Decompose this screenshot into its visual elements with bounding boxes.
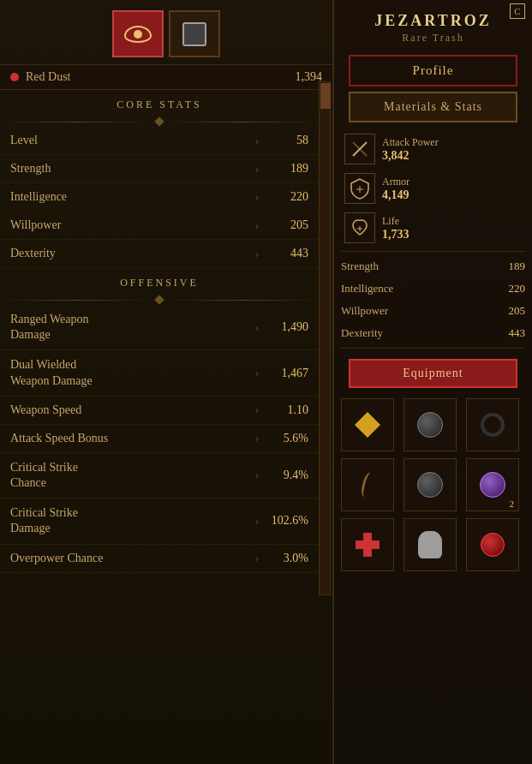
purple-orb-icon <box>480 472 505 498</box>
stat-arrow-weapon-speed: › <box>255 403 259 416</box>
right-dexterity-label: Dexterity <box>341 326 383 340</box>
stat-name-crit-damage: Critical StrikeDamage <box>10 505 255 536</box>
stat-arrow-strength: › <box>255 163 259 176</box>
right-willpower-value: 205 <box>509 304 526 318</box>
player-header: C JEZARTROZ Rare Trash <box>334 0 532 50</box>
stat-value-attack-speed: 5.6% <box>266 432 308 445</box>
equip-slot-purple-orb[interactable]: 2 <box>466 458 519 511</box>
attack-power-label: Attack Power <box>382 136 439 149</box>
equip-slot-bow[interactable] <box>341 458 394 511</box>
stat-strength: Strength › 189 <box>0 155 319 183</box>
stat-intelligence: Intelligence › 220 <box>0 183 319 212</box>
core-stats-header: Core Stats <box>0 90 319 116</box>
stat-value-intelligence: 220 <box>266 190 308 204</box>
stat-ranged-weapon-damage: Ranged WeaponDamage › 1,490 <box>0 305 319 350</box>
skull-icon <box>418 531 442 558</box>
scrollbar[interactable] <box>319 81 331 595</box>
stats-container: Core Stats Level › 58 Strength › 189 Int… <box>0 90 332 764</box>
equip-slot-orb1[interactable] <box>403 398 457 451</box>
right-willpower-label: Willpower <box>341 304 388 318</box>
orb2-icon <box>417 472 443 498</box>
tab-inventory[interactable] <box>169 10 220 57</box>
attack-power-icon <box>344 134 375 164</box>
bow-icon <box>359 471 375 498</box>
resource-bar: Red Dust 1,394 <box>0 64 332 90</box>
c-badge[interactable]: C <box>510 3 525 19</box>
armor-label: Armor <box>382 176 409 188</box>
materials-btn-wrapper: Materials & Stats <box>334 92 532 129</box>
stat-dual-wielded-damage: Dual WieldedWeapon Damage › 1,467 <box>0 350 319 396</box>
equipment-btn-wrapper: Equipment <box>334 352 532 395</box>
armor-value: 4,149 <box>382 188 409 202</box>
divider-decoration-2 <box>0 295 319 305</box>
stat-crit-damage: Critical StrikeDamage › 102.6% <box>0 498 319 544</box>
stats-divider <box>341 251 525 252</box>
stat-arrow-level: › <box>255 134 259 147</box>
equip-slot-gem[interactable] <box>341 398 394 451</box>
stat-name-ranged: Ranged WeaponDamage <box>10 312 255 343</box>
equip-slot-skull[interactable] <box>403 518 457 571</box>
equipment-grid-row2: 2 <box>334 455 532 515</box>
materials-stats-button[interactable]: Materials & Stats <box>349 92 517 122</box>
stat-arrow-dexterity: › <box>255 248 259 260</box>
stat-value-dexterity: 443 <box>266 247 308 260</box>
right-intelligence-value: 220 <box>509 282 526 295</box>
ring-icon <box>481 413 505 437</box>
stat-value-crit-chance: 9.4% <box>266 469 308 482</box>
stat-weapon-speed: Weapon Speed › 1.10 <box>0 397 319 425</box>
equip-slot-ring[interactable] <box>466 398 519 451</box>
stat-name-crit-chance: Critical StrikeChance <box>10 460 255 491</box>
equipment-divider <box>341 348 525 349</box>
orb-icon <box>417 412 443 438</box>
right-stats-icons: Attack Power 3,842 Armor 4,149 <box>334 129 532 248</box>
life-label: Life <box>382 215 409 228</box>
equip-slot-cross[interactable] <box>341 518 394 571</box>
scroll-thumb <box>320 83 331 109</box>
profile-btn-wrapper: Profile <box>334 50 532 92</box>
slot-badge-2: 2 <box>507 498 517 509</box>
right-dexterity-row: Dexterity 443 <box>334 322 532 344</box>
stat-value-strength: 189 <box>266 162 308 176</box>
stat-arrow-crit-damage: › <box>255 515 259 528</box>
stat-name-intelligence: Intelligence <box>10 190 255 204</box>
stat-arrow-willpower: › <box>255 219 259 232</box>
player-title: Rare Trash <box>402 32 463 45</box>
stat-value-willpower: 205 <box>266 218 308 232</box>
profile-button[interactable]: Profile <box>349 55 517 87</box>
right-intelligence-row: Intelligence 220 <box>334 278 532 300</box>
left-panel: Red Dust 1,394 Core Stats Level › 58 Str… <box>0 0 334 764</box>
stat-dexterity: Dexterity › 443 <box>0 240 319 268</box>
stat-value-dual: 1,467 <box>266 367 308 380</box>
eye-icon <box>124 26 152 43</box>
attack-power-info: Attack Power 3,842 <box>382 136 439 163</box>
cross-icon <box>356 533 380 557</box>
equip-slot-red[interactable] <box>466 518 519 571</box>
gem-icon <box>355 412 380 438</box>
resource-name: Red Dust <box>26 70 296 84</box>
life-value: 1,733 <box>382 228 409 242</box>
tab-character[interactable] <box>112 10 164 57</box>
stat-arrow-overpower: › <box>255 552 259 564</box>
armor-row: Armor 4,149 <box>341 169 525 208</box>
equipment-button[interactable]: Equipment <box>349 359 517 388</box>
stat-arrow-intelligence: › <box>255 191 259 204</box>
life-icon <box>344 212 375 243</box>
stat-name-weapon-speed: Weapon Speed <box>10 403 255 417</box>
stat-name-dual: Dual WieldedWeapon Damage <box>10 357 255 388</box>
stat-name-overpower: Overpower Chance <box>10 552 255 565</box>
tab-bar <box>0 0 332 64</box>
right-strength-value: 189 <box>509 260 526 273</box>
stat-value-overpower: 3.0% <box>266 552 308 565</box>
player-name: JEZARTROZ <box>374 12 491 30</box>
life-row: Life 1,733 <box>341 208 525 248</box>
stat-attack-speed: Attack Speed Bonus › 5.6% <box>0 425 319 453</box>
resource-dot-icon <box>10 73 19 81</box>
stat-name-willpower: Willpower <box>10 218 255 232</box>
red-orb-icon <box>481 533 505 557</box>
stat-arrow-ranged: › <box>255 321 259 334</box>
right-panel: C JEZARTROZ Rare Trash Profile Materials… <box>334 0 532 764</box>
stat-crit-chance: Critical StrikeChance › 9.4% <box>0 453 319 498</box>
stat-arrow-crit-chance: › <box>255 469 259 481</box>
stat-name-strength: Strength <box>10 162 255 176</box>
equip-slot-orb2[interactable] <box>403 458 457 511</box>
